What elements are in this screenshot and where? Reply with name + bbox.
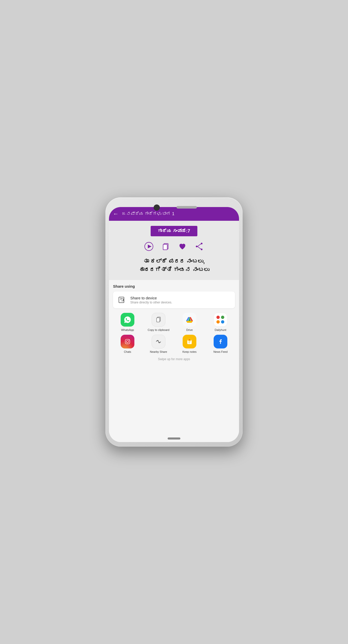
share-heading: Share using (113, 284, 235, 288)
clipboard-label: Copy to clipboard (148, 328, 169, 332)
share-sheet: Share using Share to device Share direct… (109, 280, 239, 442)
clipboard-icon (152, 313, 165, 327)
dailyhunt-label: Dailyhunt (215, 328, 226, 332)
proverb-text: ತಾ ಕಲ್ಕೆ ಪರರ ನಂಬಲು, ಹಾದರಗಿತ್ತಿ ಗಂಡನ ನಂಬಲ… (139, 257, 209, 274)
svg-line-7 (197, 244, 201, 246)
svg-line-8 (197, 246, 201, 249)
newsfeed-icon (214, 335, 227, 348)
proverb-badge: ಗಾದೆಯ ಸಂಖ್ಯೆ:7 (151, 226, 197, 236)
svg-rect-27 (188, 342, 191, 342)
svg-rect-3 (163, 244, 167, 250)
whatsapp-label: WhatsApp (121, 328, 134, 332)
svg-rect-28 (188, 343, 190, 343)
share-device-info: Share to device Share directly to other … (130, 296, 172, 304)
action-icons (143, 241, 205, 252)
svg-marker-1 (148, 245, 152, 248)
share-device-subtitle: Share directly to other devices. (130, 301, 172, 304)
apps-grid: WhatsApp Copy to clipboard (113, 313, 235, 354)
share-to-device-button[interactable]: Share to device Share directly to other … (113, 291, 235, 308)
svg-point-21 (126, 341, 129, 343)
svg-rect-14 (157, 318, 160, 322)
app-item-newsfeed[interactable]: News Feed (206, 335, 235, 354)
phone-screen: ← ಜನಪ್ರಿಯ ಗಾದೆಗಳು ಭಾಗ 1 ಗಾದೆಯ ಸಂಖ್ಯೆ:7 (109, 207, 239, 442)
keep-label: Keep notes (182, 350, 197, 354)
play-button[interactable] (143, 241, 154, 252)
nearby-icon (152, 335, 165, 348)
phone-frame: ← ಜನಪ್ರಿಯ ಗಾದೆಗಳು ಭಾಗ 1 ಗಾದೆಯ ಸಂಖ್ಯೆ:7 (105, 197, 243, 447)
app-item-drive[interactable]: Drive (175, 313, 204, 332)
camera (154, 204, 160, 211)
chats-label: Chats (124, 350, 131, 354)
drive-icon (183, 313, 196, 327)
chats-icon (121, 335, 134, 348)
home-bar (168, 437, 180, 440)
app-item-keep[interactable]: Keep notes (175, 335, 204, 354)
back-button[interactable]: ← (113, 211, 119, 217)
swipe-hint: Swipe up for more apps (113, 357, 235, 361)
svg-point-30 (189, 339, 190, 340)
copy-button[interactable] (160, 241, 171, 252)
app-bar: ← ಜನಪ್ರಿಯ ಗಾದೆಗಳು ಭಾಗ 1 (109, 207, 239, 221)
dailyhunt-icon (214, 313, 227, 327)
svg-point-6 (196, 246, 198, 247)
svg-point-22 (129, 340, 129, 340)
whatsapp-icon (121, 313, 134, 327)
drive-label: Drive (186, 328, 193, 332)
svg-rect-26 (188, 341, 191, 341)
nearby-label: Nearby Share (150, 350, 167, 354)
app-item-nearby[interactable]: Nearby Share (144, 335, 173, 354)
share-device-title: Share to device (130, 296, 172, 300)
app-item-clipboard[interactable]: Copy to clipboard (144, 313, 173, 332)
speaker (177, 206, 197, 209)
share-device-icon (117, 295, 127, 305)
app-item-chats[interactable]: Chats (113, 335, 142, 354)
app-bar-title: ಜನಪ್ರಿಯ ಗಾದೆಗಳು ಭಾಗ 1 (122, 211, 175, 216)
app-item-whatsapp[interactable]: WhatsApp (113, 313, 142, 332)
keep-icon (183, 335, 196, 348)
svg-point-5 (201, 248, 203, 250)
heart-button[interactable] (177, 241, 188, 252)
newsfeed-label: News Feed (213, 350, 228, 354)
svg-marker-18 (186, 321, 193, 323)
content-area: ಗಾದೆಯ ಸಂಖ್ಯೆ:7 (109, 221, 239, 280)
share-button[interactable] (194, 241, 205, 252)
app-item-dailyhunt[interactable]: Dailyhunt (206, 313, 235, 332)
svg-point-4 (201, 243, 203, 244)
